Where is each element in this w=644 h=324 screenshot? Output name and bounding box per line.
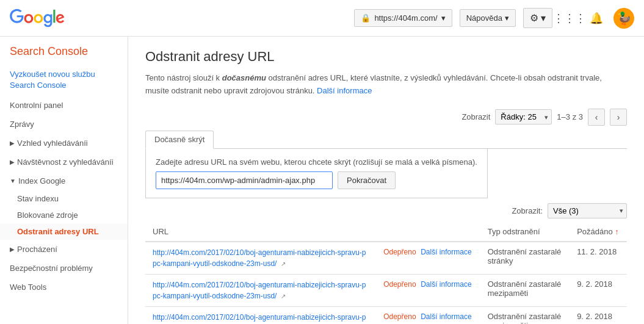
notifications-button[interactable]: 🔔 xyxy=(587,9,606,28)
rows-select-wrapper: Řádky: 25 Řádky: 10 Řádky: 50 xyxy=(495,109,552,124)
site-url-label: https://404m.com/ xyxy=(374,13,437,23)
gear-caret-icon: ▾ xyxy=(541,12,546,24)
site-selector-button[interactable]: 🔒 https://404m.com/ ▾ xyxy=(354,9,452,27)
sidebar-item-prochazeni[interactable]: ▶ Procházení xyxy=(0,240,128,259)
removal-type-cell-3: Odstranění zastaralémezipaměti xyxy=(480,306,570,324)
help-caret-icon: ▾ xyxy=(505,13,509,23)
navstevnost-label: Návštěvnost z vyhledávání xyxy=(17,157,112,167)
sidebar-item-zpravy[interactable]: Zprávy xyxy=(0,115,128,134)
second-controls: Zobrazit: Vše (3) Dočasně skryté xyxy=(145,203,627,218)
url-cell-3: http://404m.com/2017/02/10/boj-agenturam… xyxy=(145,306,376,324)
arrow-icon: ▶ xyxy=(10,140,15,146)
zobrazit-label-2: Zobrazit: xyxy=(512,206,543,215)
table-row: http://404m.com/2017/02/10/boj-agenturam… xyxy=(145,306,627,324)
sidebar-item-bezpecnostni-problemy[interactable]: Bezpečnostní problémy xyxy=(0,259,128,278)
more-info-3[interactable]: Další informace xyxy=(421,312,471,321)
info-icon: i xyxy=(86,139,88,148)
google-logo xyxy=(10,9,65,28)
apps-button[interactable]: ⋮⋮⋮ xyxy=(560,9,579,28)
main-content: Odstranit adresy URL Tento nástroj slouž… xyxy=(128,37,644,324)
avatar-icon: 🦆 xyxy=(617,11,632,26)
prev-page-button[interactable]: ‹ xyxy=(588,109,605,126)
desc-text1: Tento nástroj slouží k xyxy=(145,73,222,82)
arrow-icon: ▶ xyxy=(10,246,15,253)
kontrolni-panel-label: Kontrolní panel xyxy=(10,101,63,110)
bezpecnostni-label: Bezpečnostní problémy xyxy=(10,264,93,273)
lock-icon: 🔒 xyxy=(361,13,371,23)
table-row: http://404m.com/2017/02/10/boj-agenturam… xyxy=(145,274,627,306)
help-label: Nápověda xyxy=(466,13,502,23)
more-info-2[interactable]: Další informace xyxy=(421,280,471,289)
status-cell-3: Odepřeno Další informace xyxy=(376,306,480,324)
denied-badge-3: Odepřeno xyxy=(383,312,416,321)
url-link-1[interactable]: http://404m.com/2017/02/10/boj-agenturam… xyxy=(153,248,366,268)
vzhled-label: Vzhled vyhledávání xyxy=(17,139,86,148)
description: Tento nástroj slouží k dočasnému odstran… xyxy=(145,72,627,98)
index-google-label: Index Google xyxy=(18,176,65,185)
popup-input-row: Pokračovat xyxy=(156,171,477,189)
sidebar: Search Console Vyzkoušet novou službu Se… xyxy=(0,37,128,324)
sidebar-item-navstevnost[interactable]: ▶ Návštěvnost z vyhledávání i xyxy=(0,153,128,171)
pokracovat-button[interactable]: Pokračovat xyxy=(338,171,396,189)
desc-bold: dočasnému xyxy=(222,73,266,82)
prochazeni-label: Procházení xyxy=(17,245,57,254)
settings-button[interactable]: ⚙ ▾ xyxy=(523,8,552,28)
zpravy-label: Zprávy xyxy=(10,120,34,129)
table-header-row: URL Typ odstranění Požádáno xyxy=(145,222,627,242)
url-link-3[interactable]: http://404m.com/2017/02/10/boj-agenturam… xyxy=(153,313,366,324)
sidebar-item-web-tools[interactable]: Web Tools xyxy=(0,278,128,297)
date-cell-2: 9. 2. 2018 xyxy=(570,274,627,306)
popup-tab-row: Dočasně skrýt xyxy=(145,131,627,149)
more-info-1[interactable]: Další informace xyxy=(421,248,471,256)
date-cell-1: 11. 2. 2018 xyxy=(570,242,627,275)
arrow-icon: ▶ xyxy=(10,159,15,165)
sidebar-item-vzhled-vyhledavani[interactable]: ▶ Vzhled vyhledávání i xyxy=(0,134,128,153)
url-cell-2: http://404m.com/2017/02/10/boj-agenturam… xyxy=(145,274,376,306)
topbar: 🔒 https://404m.com/ ▾ Nápověda ▾ ⚙ ▾ ⋮⋮⋮… xyxy=(0,0,644,37)
removal-type-cell-2: Odstranění zastaralémezipaměti xyxy=(480,274,570,306)
popup-instruction: Zadejte adresu URL na svém webu, kterou … xyxy=(156,157,477,167)
popup-container: Dočasně skrýt Zadejte adresu URL na svém… xyxy=(145,131,627,198)
user-avatar[interactable]: 🦆 xyxy=(613,8,634,29)
help-button[interactable]: Nápověda ▾ xyxy=(460,9,516,27)
sidebar-item-stav-indexu[interactable]: Stav indexu xyxy=(0,190,128,207)
type-select-wrapper: Vše (3) Dočasně skryté xyxy=(548,203,627,218)
url-input[interactable] xyxy=(156,171,333,189)
url-cell-1: http://404m.com/2017/02/10/boj-agenturam… xyxy=(145,242,376,275)
next-page-button[interactable]: › xyxy=(610,109,627,126)
data-table: URL Typ odstranění Požádáno http://404m.… xyxy=(145,222,627,324)
type-select[interactable]: Vše (3) Dočasně skryté xyxy=(548,203,627,218)
th-typ-odstraneni: Typ odstranění xyxy=(480,222,570,242)
web-tools-label: Web Tools xyxy=(10,283,46,292)
sidebar-item-new-service[interactable]: Vyzkoušet novou službu Search Console xyxy=(0,64,128,96)
site-caret-icon: ▾ xyxy=(441,13,446,23)
sidebar-item-odstranit-adresy[interactable]: Odstranit adresy URL xyxy=(0,223,128,240)
main-layout: Search Console Vyzkoušet novou službu Se… xyxy=(0,37,644,324)
gear-icon: ⚙ xyxy=(530,12,538,24)
external-icon: ↗ xyxy=(281,261,286,267)
table-row: http://404m.com/2017/02/10/boj-agenturam… xyxy=(145,242,627,275)
info-icon: i xyxy=(112,157,114,167)
sidebar-brand[interactable]: Search Console xyxy=(0,37,128,64)
table-controls-top: Zobrazit Řádky: 25 Řádky: 10 Řádky: 50 1… xyxy=(145,109,627,126)
docasne-skryt-tab[interactable]: Dočasně skrýt xyxy=(145,131,214,149)
sidebar-item-index-google[interactable]: ▼ Index Google xyxy=(0,171,128,190)
th-url: URL xyxy=(145,222,376,242)
bell-icon: 🔔 xyxy=(590,12,603,25)
desc-link[interactable]: Další informace xyxy=(317,86,372,95)
removal-type-cell-1: Odstranění zastaraléstránky xyxy=(480,242,570,275)
url-link-2[interactable]: http://404m.com/2017/02/10/boj-agenturam… xyxy=(153,281,366,300)
sidebar-item-kontrolni-panel[interactable]: Kontrolní panel xyxy=(0,96,128,115)
arrow-expanded-icon: ▼ xyxy=(10,178,16,184)
rows-select[interactable]: Řádky: 25 Řádky: 10 Řádky: 50 xyxy=(495,109,552,124)
date-cell-3: 9. 2. 2018 xyxy=(570,306,627,324)
popup-body: Zadejte adresu URL na svém webu, kterou … xyxy=(145,149,488,198)
zobrazit-label: Zobrazit xyxy=(461,112,490,121)
denied-badge-1: Odepřeno xyxy=(383,248,416,256)
page-title: Odstranit adresy URL xyxy=(145,49,627,65)
th-stav xyxy=(376,222,480,242)
th-pozadano[interactable]: Požádáno xyxy=(570,222,627,242)
external-icon: ↗ xyxy=(281,293,286,300)
sidebar-item-blokovane-zdroje[interactable]: Blokované zdroje xyxy=(0,207,128,223)
status-cell-2: Odepřeno Další informace xyxy=(376,274,480,306)
